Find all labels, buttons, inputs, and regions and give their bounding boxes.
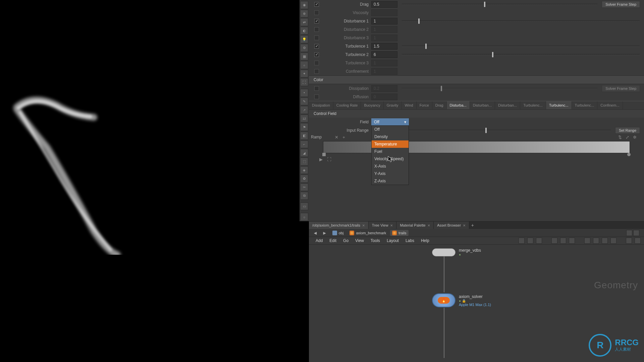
ramp-action-icon[interactable]: ⤢ bbox=[625, 134, 630, 140]
gear-icon[interactable]: ✲ bbox=[632, 134, 637, 140]
value-input[interactable] bbox=[371, 85, 397, 92]
tool-icon[interactable] bbox=[569, 238, 575, 244]
close-icon[interactable]: × bbox=[463, 223, 466, 228]
slider[interactable] bbox=[401, 54, 640, 55]
tool-icon[interactable]: ◢ bbox=[300, 149, 308, 157]
tool-icon[interactable] bbox=[633, 230, 639, 236]
node-axiom-solver[interactable]: 🔥 axiom_solver ● 🔒 Apple M1 Max (1.1) bbox=[432, 293, 491, 307]
tool-icon[interactable]: ▭ bbox=[300, 202, 308, 210]
tool-icon[interactable]: ✿ bbox=[300, 175, 308, 183]
panel-tab[interactable]: Tree View × bbox=[369, 222, 397, 229]
add-tab-button[interactable]: + bbox=[469, 223, 476, 228]
add-icon[interactable]: + bbox=[341, 134, 346, 140]
path-segment[interactable]: axiom_benchmark bbox=[347, 230, 388, 236]
tab[interactable]: Wind bbox=[402, 101, 417, 109]
ramp-handle[interactable] bbox=[322, 153, 326, 156]
checkbox[interactable] bbox=[314, 69, 319, 74]
tool-icon[interactable]: ⛶ bbox=[300, 78, 308, 86]
value-input[interactable] bbox=[371, 60, 397, 66]
play-icon[interactable]: ▶ bbox=[318, 157, 324, 162]
tab[interactable]: Turbulenc... bbox=[546, 101, 572, 109]
slider[interactable] bbox=[401, 4, 598, 5]
tool-icon[interactable]: ⟐ bbox=[300, 61, 308, 69]
light-icon[interactable]: 💡 bbox=[300, 35, 308, 43]
tool-icon[interactable]: ◐ bbox=[300, 27, 308, 35]
checkbox[interactable] bbox=[314, 61, 319, 65]
value-input[interactable] bbox=[371, 35, 397, 41]
tool-icon[interactable]: ▦ bbox=[300, 53, 308, 61]
expand-icon[interactable]: ⛶ bbox=[326, 157, 332, 162]
close-icon[interactable]: ✕ bbox=[334, 134, 339, 140]
tool-icon[interactable]: ⚑ bbox=[300, 123, 308, 131]
panel-tab[interactable]: /obj/axiom_benchmark1/trails × bbox=[309, 222, 369, 229]
dropdown-selected[interactable]: Off ▾ bbox=[371, 118, 409, 125]
value-input[interactable] bbox=[371, 1, 397, 8]
dropdown-item[interactable]: Fuel bbox=[372, 148, 409, 155]
tool-icon[interactable]: ✦ bbox=[300, 70, 308, 78]
path-segment[interactable]: obj bbox=[330, 230, 346, 236]
dropdown-item[interactable]: Z-Axis bbox=[372, 177, 409, 185]
menu-labs[interactable]: Labs bbox=[402, 238, 418, 243]
tool-icon[interactable] bbox=[527, 238, 533, 244]
menu-go[interactable]: Go bbox=[340, 238, 352, 243]
slider[interactable] bbox=[401, 88, 598, 89]
set-range-button[interactable]: Set Range bbox=[615, 127, 640, 134]
tool-icon[interactable] bbox=[610, 238, 616, 244]
close-icon[interactable]: × bbox=[390, 223, 393, 228]
close-icon[interactable]: × bbox=[362, 223, 365, 228]
menu-edit[interactable]: Edit bbox=[326, 238, 340, 243]
section-color[interactable]: Color bbox=[309, 75, 644, 84]
slider[interactable] bbox=[401, 46, 640, 47]
tab[interactable]: Disturban... bbox=[495, 101, 520, 109]
panel-tab[interactable]: Material Palette × bbox=[396, 222, 434, 229]
checkbox[interactable] bbox=[314, 95, 319, 99]
tool-icon[interactable]: ◧ bbox=[300, 132, 308, 140]
tool-icon[interactable]: ⊕ bbox=[300, 10, 308, 18]
value-input[interactable] bbox=[371, 51, 397, 58]
tab[interactable]: Confinem... bbox=[597, 101, 623, 109]
tool-icon[interactable]: ⌐ bbox=[300, 140, 308, 148]
tool-icon[interactable]: ⚙ bbox=[300, 44, 308, 52]
menu-help[interactable]: Help bbox=[418, 238, 433, 243]
tool-icon[interactable] bbox=[519, 238, 525, 244]
tab[interactable]: Turbulenc... bbox=[572, 101, 598, 109]
tool-icon[interactable] bbox=[626, 230, 632, 236]
checkbox[interactable] bbox=[314, 86, 319, 91]
tab[interactable]: Force bbox=[417, 101, 432, 109]
value-input[interactable] bbox=[371, 9, 397, 16]
subsection-control-field[interactable]: Control Field bbox=[309, 110, 644, 118]
value-input[interactable] bbox=[371, 18, 397, 24]
value-input[interactable] bbox=[371, 68, 397, 75]
tool-icon[interactable]: ⧉ bbox=[300, 192, 308, 200]
tab[interactable]: Buoyancy bbox=[361, 101, 383, 109]
viewport-3d[interactable] bbox=[0, 0, 299, 221]
field-dropdown[interactable]: Off ▾ Off Density Temperature Fuel Veloc… bbox=[371, 118, 409, 125]
tab[interactable]: Cooling Rate bbox=[333, 101, 361, 109]
pencil-icon[interactable]: ✎ bbox=[300, 98, 308, 106]
tool-icon[interactable] bbox=[593, 238, 599, 244]
checkbox[interactable] bbox=[314, 19, 319, 23]
value-input[interactable] bbox=[371, 26, 397, 33]
dropdown-item[interactable]: Off bbox=[372, 126, 409, 133]
tab[interactable]: Turbulenc... bbox=[520, 101, 546, 109]
tool-icon[interactable] bbox=[584, 238, 590, 244]
checkbox[interactable] bbox=[314, 2, 319, 7]
tool-icon[interactable]: ◈ bbox=[300, 166, 308, 174]
solver-step-button[interactable]: Solver Frame Step bbox=[602, 85, 640, 92]
solver-step-button[interactable]: Solver Frame Step bbox=[602, 1, 640, 8]
slider[interactable] bbox=[401, 130, 611, 131]
dropdown-item[interactable]: X-Axis bbox=[372, 163, 409, 170]
tool-icon[interactable]: ⇄ bbox=[300, 18, 308, 26]
path-segment[interactable]: trails bbox=[390, 230, 408, 236]
back-arrow-icon[interactable]: ◄ bbox=[312, 230, 319, 236]
menu-layout[interactable]: Layout bbox=[383, 238, 402, 243]
tool-icon[interactable] bbox=[536, 238, 542, 244]
checkbox[interactable] bbox=[314, 52, 319, 57]
slider[interactable] bbox=[401, 20, 640, 22]
tool-icon[interactable]: ✂ bbox=[300, 183, 308, 191]
ramp-handle[interactable] bbox=[627, 153, 631, 156]
checkbox[interactable] bbox=[314, 36, 319, 40]
tool-icon[interactable]: 12 bbox=[300, 115, 308, 123]
dropdown-item[interactable]: Density bbox=[372, 133, 409, 140]
checkbox[interactable] bbox=[314, 10, 319, 15]
